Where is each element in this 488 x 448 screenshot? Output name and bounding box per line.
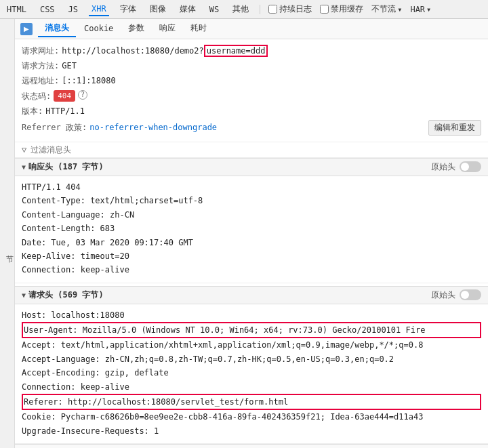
response-line-0: HTTP/1.1 404 — [22, 180, 481, 194]
throttle-dropdown[interactable]: 不节流 ▾ — [371, 3, 402, 15]
response-line-2: Content-Language: zh-CN — [22, 208, 481, 222]
request-info: 请求网址: http://localhost:18080/demo2?usern… — [15, 39, 488, 142]
har-dropdown-arrow: ▾ — [426, 5, 431, 14]
remote-label: 远程地址: — [22, 75, 59, 87]
filter-icon: ▽ — [22, 145, 26, 155]
url-base: http://localhost:18080/demo2? — [62, 46, 204, 56]
tab-cookie[interactable]: Cookie — [77, 22, 120, 37]
request-original-label: 原始头 — [431, 289, 455, 301]
tab-xhr[interactable]: XHR — [89, 3, 109, 16]
url-row: 请求网址: http://localhost:18080/demo2?usern… — [22, 45, 481, 58]
separator — [260, 5, 260, 14]
response-original-label: 原始头 — [431, 161, 455, 173]
response-toggle-knob — [461, 163, 469, 171]
response-line-6: Connection: keep-alive — [22, 263, 481, 277]
request-line-8: Upgrade-Insecure-Requests: 1 — [22, 424, 481, 438]
filter-input[interactable] — [30, 145, 481, 155]
request-triangle-icon: ▼ — [22, 291, 26, 299]
method-label: 请求方法: — [22, 60, 59, 73]
tab-response[interactable]: 响应 — [152, 20, 182, 37]
tab-timing[interactable]: 耗时 — [184, 20, 214, 37]
request-line-5: Connection: keep-alive — [22, 380, 481, 394]
request-line-2: Accept: text/html,application/xhtml+xml,… — [22, 338, 481, 352]
request-line-7: Cookie: Pycharm-c68626b0=8ee9ee2e-cbb8-4… — [22, 410, 481, 424]
tab-image[interactable]: 图像 — [147, 2, 169, 16]
sub-toolbar: ▶ 消息头 Cookie 参数 响应 耗时 — [15, 19, 488, 39]
play-button[interactable]: ▶ — [20, 23, 33, 35]
method-row: 请求方法: GET — [22, 60, 481, 73]
har-dropdown[interactable]: HAR ▾ — [410, 5, 431, 14]
top-toolbar: HTML CSS JS XHR 字体 图像 媒体 WS 其他 持续日志 禁用缓存… — [0, 0, 488, 19]
version-value: HTTP/1.1 — [45, 105, 85, 118]
request-line-0: Host: localhost:18080 — [22, 308, 481, 322]
response-triangle-icon: ▼ — [22, 163, 26, 171]
tab-params[interactable]: 参数 — [121, 20, 151, 37]
tab-other[interactable]: 其他 — [230, 2, 251, 16]
request-line-4: Accept-Encoding: gzip, deflate — [22, 366, 481, 380]
request-headers-title: 请求头 (569 字节) — [28, 289, 104, 301]
request-toggle-knob — [461, 291, 469, 299]
disable-cache-checkbox[interactable]: 禁用缓存 — [320, 3, 363, 15]
response-line-5: Keep-Alive: timeout=20 — [22, 249, 481, 263]
response-line-4: Date: Tue, 03 Mar 2020 09:17:40 GMT — [22, 236, 481, 249]
response-line-1: Content-Type: text/html;charset=utf-8 — [22, 194, 481, 207]
response-headers-section-header[interactable]: ▼ 响应头 (187 字节) 原始头 — [15, 158, 488, 176]
remote-row: 远程地址: [::1]:18080 — [22, 75, 481, 87]
response-line-3: Content-Length: 683 — [22, 222, 481, 235]
edit-resend-button[interactable]: 编辑和重发 — [428, 120, 481, 136]
method-value: GET — [62, 60, 77, 73]
help-icon[interactable]: ? — [78, 90, 87, 100]
referrer-policy-row: Referrer 政策: no-referrer-when-downgrade … — [22, 120, 481, 136]
version-label: 版本: — [22, 105, 43, 118]
tab-ws[interactable]: WS — [207, 3, 222, 16]
status-row: 状态码: 404 ? — [22, 90, 481, 103]
play-icon: ▶ — [24, 25, 29, 33]
persist-log-checkbox[interactable]: 持续日志 — [268, 3, 312, 15]
throttle-dropdown-arrow: ▾ — [397, 5, 402, 14]
tab-font[interactable]: 字体 — [117, 2, 139, 16]
request-toggle[interactable] — [460, 289, 481, 300]
request-headers-section-header[interactable]: ▼ 请求头 (569 字节) 原始头 — [15, 286, 488, 304]
response-headers-title: 响应头 (187 字节) — [28, 161, 104, 173]
referrer-policy-value: no-referrer-when-downgrade — [89, 121, 217, 134]
status-label: 状态码: — [22, 90, 51, 103]
tab-media[interactable]: 媒体 — [177, 2, 199, 16]
url-value: http://localhost:18080/demo2?username=dd… — [62, 45, 268, 58]
tab-html[interactable]: HTML — [4, 3, 29, 16]
url-label: 请求网址: — [22, 45, 59, 58]
request-headers-content: Host: localhost:18080 User-Agent: Mozill… — [15, 304, 488, 445]
tab-message-head[interactable]: 消息头 — [38, 20, 76, 37]
tab-js[interactable]: JS — [66, 3, 81, 16]
status-badge: 404 — [54, 90, 75, 102]
request-line-1: User-Agent: Mozilla/5.0 (Windows NT 10.0… — [22, 322, 481, 338]
version-row: 版本: HTTP/1.1 — [22, 105, 481, 118]
request-line-3: Accept-Language: zh-CN,zh;q=0.8,zh-TW;q=… — [22, 352, 481, 366]
filter-row: ▽ — [15, 142, 488, 158]
url-highlight: username=ddd — [204, 45, 268, 57]
response-headers-content: HTTP/1.1 404 Content-Type: text/html;cha… — [15, 176, 488, 283]
tab-css[interactable]: CSS — [37, 3, 58, 16]
referrer-policy-label: Referrer 政策: — [22, 121, 87, 134]
response-toggle[interactable] — [460, 161, 481, 172]
request-line-6: Referer: http://localhost:18080/servlet_… — [22, 394, 481, 410]
remote-value: [::1]:18080 — [62, 75, 115, 87]
